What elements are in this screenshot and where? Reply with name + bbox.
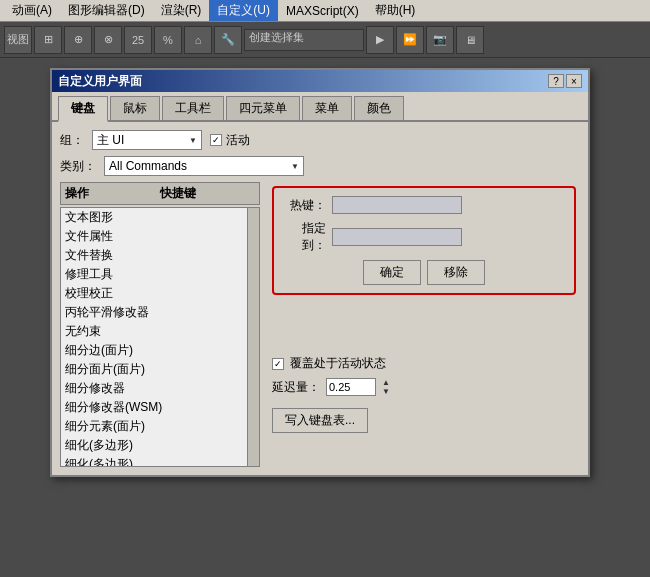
group-label: 组： (60, 132, 84, 149)
hotkey-action-buttons: 确定 移除 (282, 260, 566, 285)
category-label: 类别： (60, 158, 96, 175)
right-panel: 热键： 指定到： 确定 移除 (268, 182, 580, 467)
list-item[interactable]: 细分面片(面片) (61, 360, 259, 379)
menu-customize[interactable]: 自定义(U) (209, 0, 278, 21)
tab-mouse[interactable]: 鼠标 (110, 96, 160, 120)
list-item[interactable]: 细分修改器 (61, 379, 259, 398)
delay-row: 延迟量： 0.25 ▲▼ (272, 378, 576, 396)
list-item[interactable]: 细分边(面片) (61, 341, 259, 360)
selection-set-label: 创建选择集 (249, 31, 304, 43)
list-scrollbar[interactable] (247, 208, 259, 466)
view-label: 视图 (7, 32, 29, 47)
toolbar-btn-2[interactable]: ⊕ (64, 26, 92, 54)
menu-bar: 动画(A) 图形编辑器(D) 渲染(R) 自定义(U) MAXScript(X)… (0, 0, 650, 22)
hotkey-row: 热键： (282, 196, 566, 214)
active-label: 活动 (226, 132, 250, 149)
toolbar-btn-6[interactable]: ⌂ (184, 26, 212, 54)
list-item[interactable]: 细化(多边形) (61, 436, 259, 455)
dialog-titlebar: 自定义用户界面 ? × (52, 70, 588, 92)
toolbar-btn-11[interactable]: 🖥 (456, 26, 484, 54)
tab-menu[interactable]: 菜单 (302, 96, 352, 120)
group-row: 组： 主 UI ▼ ✓ 活动 (60, 130, 580, 150)
tab-color[interactable]: 颜色 (354, 96, 404, 120)
list-item[interactable]: 细化(多边形) (61, 455, 259, 467)
menu-graph-editor[interactable]: 图形编辑器(D) (60, 0, 153, 21)
toolbar-btn-1[interactable]: ⊞ (34, 26, 62, 54)
overlay-label: 覆盖处于活动状态 (290, 355, 386, 372)
hotkey-input[interactable] (332, 196, 462, 214)
tab-quad-menu[interactable]: 四元菜单 (226, 96, 300, 120)
active-checkbox[interactable]: ✓ (210, 134, 222, 146)
write-keyboard-btn[interactable]: 写入键盘表... (272, 408, 368, 433)
tabs-container: 键盘 鼠标 工具栏 四元菜单 菜单 颜色 (52, 92, 588, 122)
assign-row: 指定到： (282, 220, 566, 254)
col-action: 操作 (65, 185, 160, 202)
toolbar-btn-10[interactable]: 📷 (426, 26, 454, 54)
menu-render[interactable]: 渲染(R) (153, 0, 210, 21)
menu-maxscript[interactable]: MAXScript(X) (278, 2, 367, 20)
overlay-row: ✓ 覆盖处于活动状态 (272, 355, 576, 372)
col-shortcut: 快捷键 (160, 185, 255, 202)
dialog-title: 自定义用户界面 (58, 73, 142, 90)
toolbar-btn-5[interactable]: % (154, 26, 182, 54)
hotkey-label: 热键： (282, 197, 326, 214)
dialog-help-btn[interactable]: ? (548, 74, 564, 88)
toolbar-btn-4[interactable]: 25 (124, 26, 152, 54)
customize-dialog: 自定义用户界面 ? × 键盘 鼠标 工具栏 四元菜单 菜单 颜色 组： 主 UI… (50, 68, 590, 477)
spinner-up-icon[interactable]: ▲▼ (382, 378, 390, 396)
group-select[interactable]: 主 UI ▼ (92, 130, 202, 150)
list-item[interactable]: 修理工具 (61, 265, 259, 284)
toolbar-btn-3[interactable]: ⊗ (94, 26, 122, 54)
category-select[interactable]: All Commands ▼ (104, 156, 304, 176)
menu-animation[interactable]: 动画(A) (4, 0, 60, 21)
category-arrow-icon: ▼ (291, 162, 299, 171)
overlay-checkbox[interactable]: ✓ (272, 358, 284, 370)
category-row: 类别： All Commands ▼ (60, 156, 580, 176)
delay-input[interactable]: 0.25 (326, 378, 376, 396)
assign-label: 指定到： (282, 220, 326, 254)
list-item[interactable]: 无约束 (61, 322, 259, 341)
category-value: All Commands (109, 159, 187, 173)
main-columns: 操作 快捷键 文本图形 文件属性 文件替换 修理工具 校理校正 丙轮平滑修改器 … (60, 182, 580, 467)
list-item[interactable]: 文件属性 (61, 227, 259, 246)
main-area: 自定义用户界面 ? × 键盘 鼠标 工具栏 四元菜单 菜单 颜色 组： 主 UI… (0, 58, 650, 577)
assign-input[interactable] (332, 228, 462, 246)
toolbar: 视图 ⊞ ⊕ ⊗ 25 % ⌂ 🔧 创建选择集 ▶ ⏩ 📷 🖥 (0, 22, 650, 58)
group-arrow-icon: ▼ (189, 136, 197, 145)
confirm-btn[interactable]: 确定 (363, 260, 421, 285)
selection-set-dropdown[interactable]: 创建选择集 (244, 29, 364, 51)
left-panel: 操作 快捷键 文本图形 文件属性 文件替换 修理工具 校理校正 丙轮平滑修改器 … (60, 182, 260, 467)
view-dropdown[interactable]: 视图 (4, 26, 32, 54)
list-item[interactable]: 文件替换 (61, 246, 259, 265)
list-item[interactable]: 细分修改器(WSM) (61, 398, 259, 417)
toolbar-btn-8[interactable]: ▶ (366, 26, 394, 54)
toolbar-btn-7[interactable]: 🔧 (214, 26, 242, 54)
tab-keyboard[interactable]: 键盘 (58, 96, 108, 122)
group-value: 主 UI (97, 132, 124, 149)
active-checkbox-row: ✓ 活动 (210, 132, 250, 149)
remove-btn[interactable]: 移除 (427, 260, 485, 285)
list-item[interactable]: 丙轮平滑修改器 (61, 303, 259, 322)
delay-label: 延迟量： (272, 379, 320, 396)
dialog-controls: ? × (548, 74, 582, 88)
dialog-body: 组： 主 UI ▼ ✓ 活动 类别： All Commands ▼ (52, 122, 588, 475)
bottom-options: ✓ 覆盖处于活动状态 延迟量： 0.25 ▲▼ 写入键盘表... (272, 355, 576, 433)
menu-help[interactable]: 帮助(H) (367, 0, 424, 21)
toolbar-btn-9[interactable]: ⏩ (396, 26, 424, 54)
dialog-close-btn[interactable]: × (566, 74, 582, 88)
list-item[interactable]: 校理校正 (61, 284, 259, 303)
action-list[interactable]: 文本图形 文件属性 文件替换 修理工具 校理校正 丙轮平滑修改器 无约束 细分边… (60, 207, 260, 467)
list-item[interactable]: 文本图形 (61, 208, 259, 227)
hotkey-section: 热键： 指定到： 确定 移除 (272, 186, 576, 295)
list-header: 操作 快捷键 (60, 182, 260, 205)
list-item[interactable]: 细分元素(面片) (61, 417, 259, 436)
tab-toolbar[interactable]: 工具栏 (162, 96, 224, 120)
